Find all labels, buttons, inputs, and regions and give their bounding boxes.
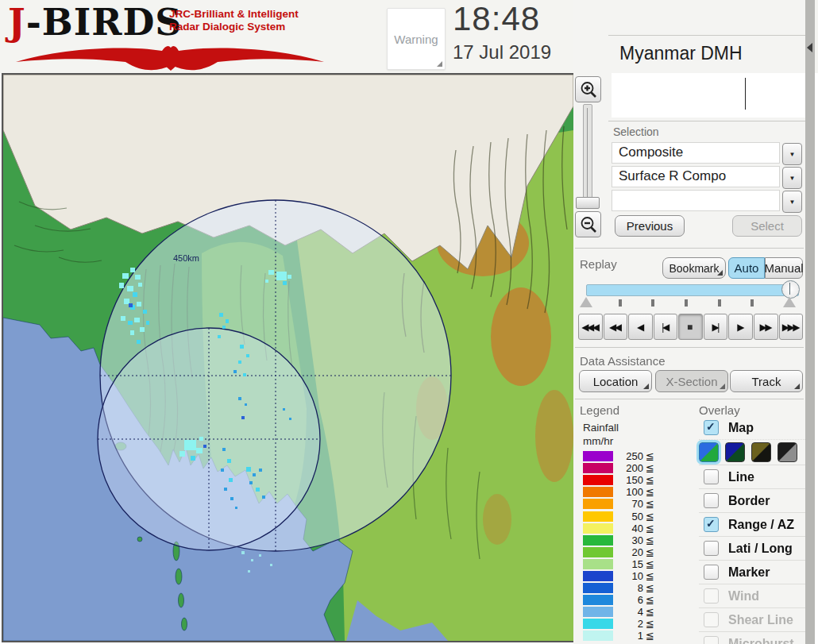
overlay-item-label: Lati / Long (728, 542, 793, 556)
overlay-item-label: Wind (728, 589, 759, 604)
dropdown-product[interactable]: Surface R Compo (612, 166, 780, 187)
jbirds-app: J-BIRDS JRC-Brilliant & Intelligent Rada… (0, 0, 818, 644)
rainfall-legend: Rainfall mm/hr 250≦ 200≦ 150≦ 100≦ 70≦ 5… (583, 421, 694, 642)
zoom-in-button[interactable] (575, 76, 601, 102)
line-checkbox[interactable] (704, 469, 719, 484)
overlay-item-label: Marker (728, 565, 770, 580)
fast-backward-icon: ◀◀ (609, 322, 619, 333)
overlay-row-microburst: Microburst (699, 631, 805, 644)
slider-tick (619, 299, 622, 307)
legend-label: Legend (580, 403, 619, 417)
legend-color (583, 463, 613, 473)
overlay-row-line[interactable]: Line (699, 465, 805, 488)
site-list-box[interactable] (612, 73, 805, 118)
map-style-gray[interactable] (777, 442, 797, 462)
legend-color (583, 571, 613, 581)
selection-label: Selection (613, 125, 659, 138)
step-forward-button[interactable]: ▶| (704, 314, 728, 340)
replay-slider-thumb[interactable] (781, 280, 800, 299)
play-backward-button[interactable]: ◀ (628, 314, 653, 340)
step-backward-button[interactable]: |◀ (654, 314, 678, 340)
menu-corner-icon (720, 384, 725, 389)
map-checkbox[interactable] (704, 420, 719, 435)
zoom-slider-thumb[interactable] (576, 197, 600, 209)
overlay-item-label: Border (728, 494, 770, 508)
dropdown-empty-arrow[interactable]: ▼ (782, 191, 802, 213)
warning-button[interactable]: Warning (387, 8, 446, 70)
chevron-down-icon: ▼ (789, 151, 796, 158)
zoom-slider-track[interactable] (583, 104, 592, 209)
overlay-row-shear-line: Shear Line (699, 607, 805, 631)
location-label: Location (593, 375, 639, 388)
previous-button[interactable]: Previous (615, 215, 685, 237)
fast-forward-button[interactable]: ▶▶ (754, 314, 778, 340)
slider-tick (651, 299, 654, 307)
slider-start-marker[interactable] (580, 297, 592, 307)
step-backward-icon: |◀ (662, 322, 667, 333)
range-az-checkbox[interactable] (704, 517, 719, 532)
select-button[interactable]: Select (732, 215, 802, 237)
overlay-options: Map Line Border Range / AZ (699, 416, 805, 644)
dropdown-composite[interactable]: Composite (612, 142, 780, 164)
legend-row: 8≦ (583, 582, 694, 594)
dropdown-composite-arrow[interactable]: ▼ (782, 143, 802, 165)
location-button[interactable]: Location (579, 370, 652, 392)
chevron-down-icon: ▼ (789, 199, 796, 206)
slider-tick (685, 299, 688, 307)
shear-line-checkbox (704, 612, 719, 627)
overlay-row-range-az[interactable]: Range / AZ (699, 512, 805, 536)
radar-map[interactable]: 450km (2, 73, 575, 642)
legend-row: 30≦ (583, 534, 694, 546)
replay-slider-track[interactable] (586, 284, 799, 296)
skip-backward-icon: ◀◀◀ (581, 322, 597, 333)
legend-color (583, 451, 613, 461)
playback-controls: ◀◀◀ ◀◀ ◀ |◀ ■ ▶| ▶ ▶▶ ▶▶▶ (578, 314, 803, 340)
dropdown-empty[interactable] (612, 190, 780, 211)
stop-button[interactable]: ■ (678, 314, 703, 340)
map-style-green[interactable] (699, 442, 719, 462)
panel-collapse-strip[interactable] (805, 0, 815, 644)
marker-checkbox[interactable] (704, 565, 719, 580)
step-forward-icon: ▶| (712, 322, 717, 333)
legend-color (583, 583, 613, 593)
zoom-in-icon (580, 81, 597, 98)
divider (575, 248, 804, 249)
play-forward-button[interactable]: ▶ (728, 314, 753, 340)
zoom-out-button[interactable] (575, 211, 601, 237)
overlay-row-marker[interactable]: Marker (699, 560, 805, 584)
replay-label: Replay (580, 257, 617, 271)
play-forward-icon: ▶ (737, 322, 743, 333)
map-style-dark[interactable] (725, 442, 745, 462)
legend-row: 200≦ (583, 462, 694, 474)
legend-row: 250≦ (583, 450, 694, 462)
dropdown-product-arrow[interactable]: ▼ (782, 167, 802, 189)
legend-color (583, 535, 613, 546)
overlay-row-map[interactable]: Map (699, 416, 805, 439)
track-button[interactable]: Track (730, 370, 803, 392)
map-style-olive[interactable] (751, 442, 771, 462)
legend-row: 40≦ (583, 523, 694, 534)
overlay-row-border[interactable]: Border (699, 488, 805, 512)
clock-date: 17 Jul 2019 (453, 41, 551, 64)
skip-forward-button[interactable]: ▶▶▶ (779, 314, 804, 340)
legend-unit: mm/hr (583, 434, 694, 448)
resize-corner-icon (437, 61, 442, 67)
skip-backward-button[interactable]: ◀◀◀ (578, 314, 603, 340)
eagle-logo-icon (10, 43, 330, 71)
overlay-row-wind: Wind (699, 584, 805, 607)
lati-long-checkbox[interactable] (704, 541, 719, 556)
manual-button[interactable]: Manual (765, 257, 803, 279)
divider (575, 347, 804, 348)
overlay-row-lati-long[interactable]: Lati / Long (699, 536, 805, 560)
slider-end-marker[interactable] (783, 297, 796, 307)
fast-forward-icon: ▶▶ (759, 322, 770, 333)
legend-color (583, 475, 613, 485)
auto-button[interactable]: Auto (728, 257, 765, 279)
xsection-button[interactable]: X-Section (655, 370, 728, 392)
legend-color (583, 499, 613, 509)
fast-backward-button[interactable]: ◀◀ (604, 314, 628, 340)
bookmark-button[interactable]: Bookmark (662, 257, 726, 279)
border-checkbox[interactable] (704, 493, 719, 508)
track-label: Track (752, 375, 781, 388)
legend-row: 4≦ (583, 606, 694, 618)
